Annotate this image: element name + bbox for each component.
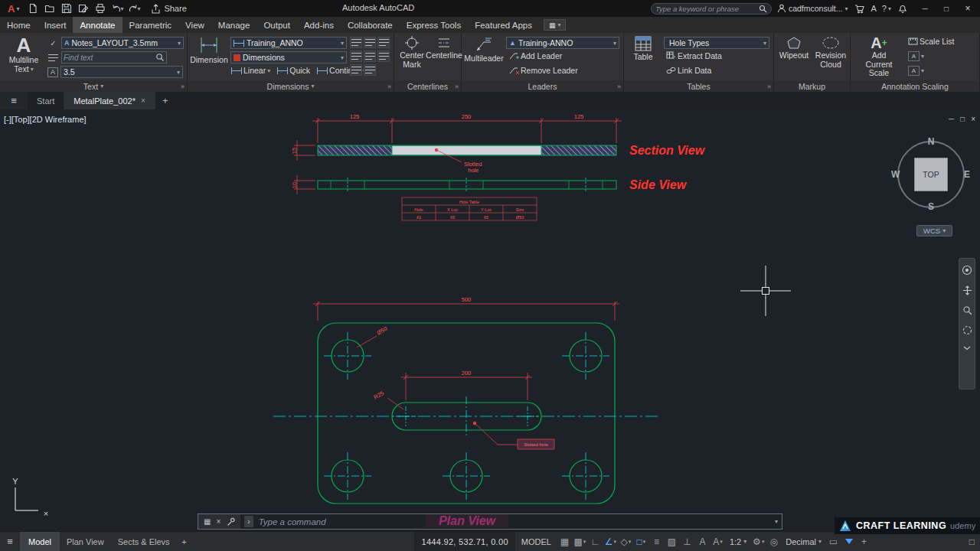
viewcube-east[interactable]: E xyxy=(964,169,970,180)
adjust-space-button[interactable] xyxy=(364,37,376,48)
snap-toggle[interactable]: ▩▾ xyxy=(573,532,587,551)
orbit-button[interactable] xyxy=(962,325,972,335)
panel-label-annotation-scaling[interactable]: Annotation Scaling xyxy=(851,80,979,92)
find-text-input[interactable] xyxy=(64,54,154,62)
multileader-style-dropdown[interactable]: ▲Training-ANNO▾ xyxy=(506,37,619,49)
navbar-more-icon[interactable] xyxy=(962,345,972,351)
multiline-text-button[interactable]: A Multiline Text▾ xyxy=(3,35,44,73)
isodraft-toggle[interactable]: ◇▾ xyxy=(619,532,633,551)
close-tab-icon[interactable]: × xyxy=(141,96,145,105)
quick-dimension-button[interactable]: Quick xyxy=(275,66,312,75)
help-search-field[interactable] xyxy=(651,3,772,15)
pan-button[interactable] xyxy=(962,285,972,295)
oblique-button[interactable] xyxy=(364,64,376,76)
save-button[interactable] xyxy=(60,2,73,15)
layout-tab-sects-elevs[interactable]: Sects & Elevs xyxy=(111,532,177,551)
wipeout-button[interactable]: Wipeout xyxy=(777,35,811,60)
model-tab[interactable]: Model xyxy=(20,532,60,551)
tab-express-tools[interactable]: Express Tools xyxy=(400,17,468,33)
command-recent-icon[interactable]: ▾ xyxy=(771,514,782,529)
viewport-controls-label[interactable]: [-][Top][2D Wireframe] xyxy=(4,115,87,124)
center-mark-button[interactable]: Center Mark xyxy=(396,35,428,69)
tab-addins[interactable]: Add-ins xyxy=(297,17,341,33)
find-text-field[interactable] xyxy=(61,51,167,64)
close-button[interactable]: × xyxy=(957,0,978,17)
panel-label-centerlines[interactable]: Centerlines» xyxy=(394,80,461,92)
transparency-toggle[interactable]: ▨ xyxy=(665,532,679,551)
centerline-button[interactable]: Centerline xyxy=(428,35,460,60)
new-file-button[interactable] xyxy=(27,2,39,15)
scale-list-button[interactable]: Scale List xyxy=(906,37,957,46)
panel-label-leaders[interactable]: Leaders» xyxy=(462,80,623,92)
tab-parametric[interactable]: Parametric xyxy=(122,17,179,33)
lineweight-toggle[interactable]: ≡ xyxy=(649,532,664,551)
dimension-button[interactable]: Dimension xyxy=(189,35,229,64)
annotation-visibility-toggle[interactable]: A xyxy=(695,532,710,551)
viewcube-south[interactable]: S xyxy=(928,201,934,212)
clean-screen-toggle[interactable]: □ xyxy=(969,532,975,551)
workspace-switcher[interactable]: ⚙▾ xyxy=(751,532,766,551)
minimize-drawing-icon[interactable]: ─ xyxy=(949,115,954,123)
table-style-dropdown[interactable]: Hole Types▾ xyxy=(664,37,769,49)
units-selector[interactable]: Decimal▾ xyxy=(782,537,825,546)
ribbon-display-toggle[interactable]: ▦▾ xyxy=(544,19,567,31)
break-dimension-button[interactable] xyxy=(350,37,362,48)
panel-label-markup[interactable]: Markup xyxy=(774,80,850,92)
panel-label-tables[interactable]: Tables» xyxy=(624,80,773,92)
add-current-scale-button[interactable]: A+ Add Current Scale xyxy=(857,35,901,77)
search-input[interactable] xyxy=(655,5,756,13)
override-button[interactable] xyxy=(364,51,376,62)
text-style-dropdown[interactable]: ANotes_LAYOUT_3.5mm▾ xyxy=(61,37,184,49)
spell-check-icon[interactable]: ✓ xyxy=(47,37,59,48)
undo-button[interactable]: ▾ xyxy=(111,2,123,15)
inspect-button[interactable] xyxy=(377,51,390,62)
close-drawing-icon[interactable]: × xyxy=(971,115,975,123)
autoscale-toggle[interactable]: A▾ xyxy=(710,532,725,551)
annotation-scale-selector[interactable]: 1:2▾ xyxy=(726,537,750,546)
save-as-button[interactable] xyxy=(77,2,90,15)
help-menu[interactable]: ?▾ xyxy=(882,4,891,13)
linear-dimension-button[interactable]: Linear▾ xyxy=(229,66,273,75)
ortho-toggle[interactable]: ∟ xyxy=(588,532,603,551)
file-tab-menu-button[interactable]: ≡ xyxy=(0,92,28,109)
tab-start[interactable]: Start xyxy=(28,92,64,109)
search-icon[interactable] xyxy=(155,53,165,62)
add-leader-button[interactable]: Add Leader xyxy=(506,51,564,60)
command-history-icon[interactable]: ▦ xyxy=(204,517,211,526)
coordinates-readout[interactable]: 1444.92, 532.71, 0.00 xyxy=(414,532,514,551)
revision-cloud-button[interactable]: Revision Cloud xyxy=(812,35,849,69)
new-layout-button[interactable]: + xyxy=(177,532,192,551)
dimension-style-dropdown[interactable]: Training_ANNO▾ xyxy=(230,37,347,49)
plot-button[interactable] xyxy=(94,2,106,15)
panel-label-text[interactable]: Text▾» xyxy=(0,80,187,92)
model-space-indicator[interactable]: MODEL xyxy=(521,537,551,546)
navigation-wheel-button[interactable] xyxy=(962,265,972,276)
add-delete-scales-button[interactable]: A▾ xyxy=(906,51,926,61)
graphics-performance-toggle[interactable]: + xyxy=(857,532,871,551)
command-input[interactable] xyxy=(253,514,771,529)
viewcube[interactable]: N S W E TOP xyxy=(897,141,965,208)
table-button[interactable]: Table xyxy=(626,35,661,61)
command-line[interactable]: ▦ × › ▾ xyxy=(198,514,782,530)
notifications-button[interactable] xyxy=(897,2,909,15)
share-button[interactable]: Share xyxy=(151,4,186,14)
isolate-objects-toggle[interactable] xyxy=(841,532,856,551)
viewcube-top-face[interactable]: TOP xyxy=(914,158,948,191)
grid-toggle[interactable]: ▦ xyxy=(557,532,572,551)
reassociate-button[interactable] xyxy=(350,51,362,62)
sync-scale-positions-button[interactable]: A▾ xyxy=(906,66,926,76)
customize-wrench-icon[interactable] xyxy=(226,517,235,527)
viewcube-west[interactable]: W xyxy=(891,169,900,180)
open-file-button[interactable] xyxy=(44,2,56,15)
link-data-button[interactable]: Link Data xyxy=(664,66,714,75)
tab-annotate[interactable]: Annotate xyxy=(73,17,122,33)
minimize-button[interactable]: ─ xyxy=(914,0,936,17)
tab-output[interactable]: Output xyxy=(256,17,297,33)
polar-tracking-toggle[interactable]: ∠▾ xyxy=(603,532,618,551)
zoom-button[interactable] xyxy=(962,305,972,315)
new-drawing-tab-button[interactable]: + xyxy=(155,92,175,109)
quick-properties-toggle[interactable]: ▭ xyxy=(826,532,841,551)
application-menu-button[interactable]: A▾ xyxy=(5,3,22,15)
layout-tab-plan-view[interactable]: Plan View xyxy=(60,532,111,551)
close-command-icon[interactable]: × xyxy=(216,517,220,526)
